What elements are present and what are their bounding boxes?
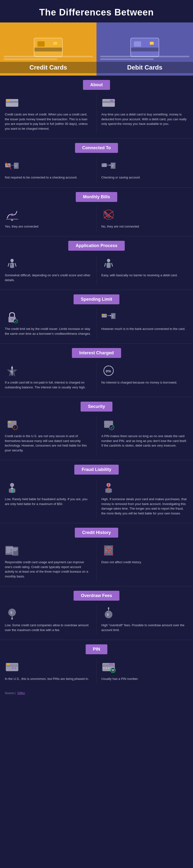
section-pin: PIN In the U.S., this is uncommon, but P… — [0, 640, 193, 688]
overdraw-fees-left-text: Low. Some credit card companies allow to… — [5, 623, 91, 632]
svg-rect-43 — [102, 314, 103, 315]
source-label: Source | — [5, 691, 15, 695]
pin-content: In the U.S., this is uncommon, but PINs … — [0, 656, 193, 688]
difficult-icon: ? — [5, 257, 19, 271]
security-left: ! Credit cards in the U.S. are not very … — [0, 416, 96, 455]
connected-to-title: Connected To — [75, 143, 118, 153]
interest-charged-right: 0% No interest is charged because no mon… — [96, 362, 193, 392]
about-right: Any time you use a debit card to buy som… — [96, 94, 193, 133]
debit-card-icon — [101, 97, 116, 110]
interest-charged-left-text: If a credit card bill is not paid in ful… — [5, 380, 91, 390]
credit-card-visual — [34, 38, 63, 57]
chip — [53, 42, 57, 45]
section-overdraw-fees: Overdraw Fees $ Low. Some credit card co… — [0, 586, 193, 640]
fraud-liability-right-text: High. If someone steals your card and ma… — [101, 497, 188, 516]
fraud-liability-left: Low. Rarely held liable for fraudulent a… — [0, 479, 96, 518]
about-content: Credit cards are lines of credit. When y… — [0, 92, 193, 138]
interest-charged-right-text: No interest is charged because no money … — [101, 380, 177, 385]
overdraw-fees-right-text: High "overdraft" fees. Possible to overd… — [101, 623, 188, 632]
pin-right: Usually has a PIN number. — [96, 659, 193, 684]
monthly-bills-right-text: No, they are not connected — [101, 224, 139, 229]
svg-rect-83 — [13, 550, 17, 551]
svg-rect-75 — [6, 547, 12, 548]
card-stripe — [34, 48, 62, 52]
connected-to-right: Checking or saving account — [96, 157, 193, 182]
svg-rect-42 — [102, 315, 107, 316]
debit-card-label: Debit Cards — [96, 62, 193, 73]
bills-no-icon — [101, 209, 116, 222]
security-right: A PIN makes them secure so long as no on… — [96, 416, 193, 455]
card-images-row: Credit Cards Debit Cards — [0, 23, 193, 75]
application-process-title: Application Process — [68, 241, 125, 251]
high-fraud-icon — [101, 481, 116, 494]
section-interest-charged: Interest Charged % If a credit card bill… — [0, 344, 193, 397]
svg-rect-20 — [102, 163, 103, 164]
section-monthly-bills-header: Monthly Bills — [0, 188, 193, 204]
section-spending-limit-header: Spending Limit — [0, 290, 193, 306]
application-process-left: ? Somewhat difficult, depending on one's… — [0, 255, 96, 285]
svg-rect-103 — [14, 667, 16, 669]
svg-point-34 — [10, 259, 13, 262]
page-title: The Differences Between — [5, 7, 188, 18]
chip — [150, 42, 154, 45]
about-title: About — [83, 80, 110, 90]
spending-limit-right: However much is in the bank account conn… — [96, 309, 193, 338]
pin-security-icon — [101, 418, 116, 431]
svg-rect-78 — [6, 551, 12, 552]
pin-common-icon — [101, 661, 116, 674]
credit-history-title: Credit History — [75, 528, 118, 537]
spending-limit-left: The credit limit set by the credit issue… — [0, 309, 96, 338]
credit-history-right: Does not affect credit history. — [96, 542, 193, 581]
spending-limit-left-text: The credit limit set by the credit issue… — [5, 327, 91, 336]
overdraw-fees-content: $ Low. Some credit card companies allow … — [0, 602, 193, 640]
source-link[interactable]: Diffen — [18, 691, 25, 695]
svg-point-61 — [13, 425, 18, 430]
section-interest-charged-header: Interest Charged — [0, 344, 193, 360]
svg-text:!: ! — [14, 426, 15, 429]
svg-rect-25 — [111, 165, 114, 165]
svg-rect-26 — [111, 165, 114, 166]
credit-history-right-text: Does not affect credit history. — [101, 560, 141, 565]
svg-point-66 — [109, 425, 114, 430]
security-right-text: A PIN makes them secure so long as no on… — [101, 434, 188, 448]
section-application-process-header: Application Process — [0, 237, 193, 253]
spending-limit-title: Spending Limit — [73, 294, 120, 304]
interest-charged-left: % If a credit card bill is not paid in f… — [0, 362, 96, 392]
svg-rect-39 — [11, 319, 12, 321]
overdraw-fees-right: $ High "overdraft" fees. Possible to ove… — [96, 605, 193, 635]
svg-rect-19 — [102, 164, 107, 166]
about-right-text: Any time you use a debit card to buy som… — [101, 112, 188, 126]
svg-point-40 — [14, 319, 18, 323]
debit-card-visual — [130, 38, 159, 57]
svg-rect-107 — [103, 667, 105, 669]
spending-limit-content: The credit limit set by the credit issue… — [0, 306, 193, 343]
svg-rect-28 — [111, 167, 114, 167]
svg-rect-82 — [13, 549, 18, 550]
application-process-right: Easy, with basically no barrier to recei… — [96, 255, 193, 285]
svg-rect-15 — [15, 165, 18, 166]
section-about: About Credit cards are lines of credit. … — [0, 75, 193, 138]
svg-rect-11 — [5, 164, 7, 165]
fraud-liability-left-text: Low. Rarely held liable for fraudulent a… — [5, 497, 91, 506]
overdraw-fees-left: $ Low. Some credit card companies allow … — [0, 605, 96, 635]
svg-rect-101 — [7, 663, 10, 665]
fraud-liability-title: Fraud Liability — [74, 465, 119, 474]
card-stripe — [131, 48, 159, 52]
svg-rect-60 — [8, 421, 11, 423]
about-left-text: Credit cards are lines of credit. When y… — [5, 112, 91, 131]
credit-card-icon — [5, 97, 19, 110]
svg-rect-108 — [106, 667, 107, 669]
monthly-bills-content: Yes, they are connected No, they are not… — [0, 204, 193, 236]
monthly-bills-right: No, they are not connected — [96, 206, 193, 231]
no-connection-icon — [5, 160, 19, 173]
pin-right-text: Usually has a PIN number. — [101, 677, 138, 681]
overdraw-fees-title: Overdraw Fees — [73, 591, 119, 601]
svg-rect-106 — [109, 663, 114, 665]
about-left: Credit cards are lines of credit. When y… — [0, 94, 96, 133]
svg-marker-98 — [107, 608, 109, 608]
section-overdraw-fees-header: Overdraw Fees — [0, 586, 193, 602]
security-content: ! Credit cards in the U.S. are not very … — [0, 413, 193, 460]
pin-uncommon-icon — [5, 661, 19, 674]
credit-card-label: Credit Cards — [0, 62, 96, 73]
application-process-content: ? Somewhat difficult, depending on one's… — [0, 253, 193, 289]
